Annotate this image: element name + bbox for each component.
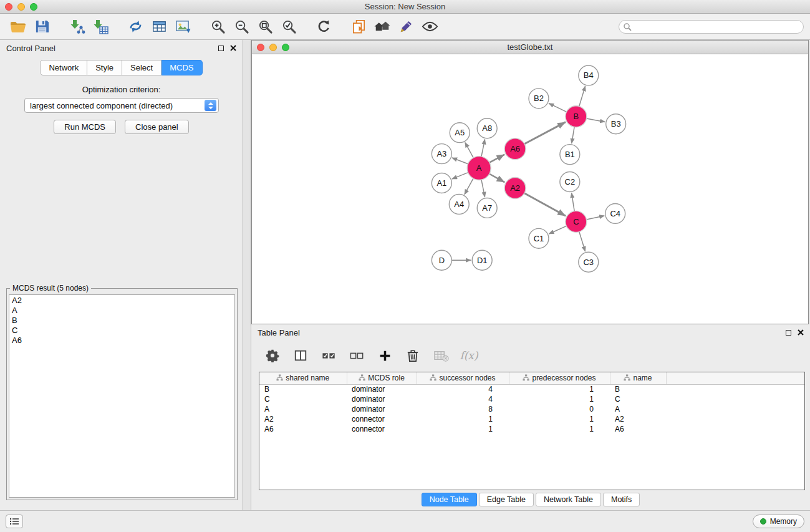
table-cell[interactable]: 1 — [417, 414, 509, 424]
task-history-button[interactable] — [6, 515, 23, 528]
graph-edge-A-A7[interactable] — [481, 180, 485, 197]
function-builder-button[interactable]: f(x) — [460, 347, 478, 364]
new-table-button[interactable] — [147, 16, 171, 37]
mcds-result-item[interactable]: C — [12, 326, 232, 336]
table-cell[interactable]: A2 — [610, 414, 666, 424]
close-window-button[interactable] — [5, 3, 12, 11]
graph-node-A4[interactable]: A4 — [449, 194, 469, 214]
table-cell[interactable]: A — [259, 404, 347, 414]
column-header-predecessor-nodes[interactable]: predecessor nodes — [509, 372, 610, 384]
table-settings-button[interactable] — [264, 347, 281, 364]
table-cell[interactable]: dominator — [347, 394, 417, 404]
graph-node-C3[interactable]: C3 — [579, 252, 599, 272]
export-image-button[interactable] — [171, 16, 195, 37]
tab-node-table[interactable]: Node Table — [422, 493, 477, 506]
documents-button[interactable] — [347, 16, 370, 37]
show-hide-button[interactable] — [418, 16, 441, 37]
table-row[interactable]: Cdominator41C — [259, 394, 804, 404]
graph-node-C1[interactable]: C1 — [529, 228, 549, 248]
graph-node-A6[interactable]: A6 — [504, 138, 526, 160]
graph-edge-A-A8[interactable] — [481, 139, 485, 157]
criterion-dropdown[interactable]: largest connected component (directed) — [24, 98, 219, 113]
mcds-result-item[interactable]: A6 — [12, 336, 232, 346]
graph-edge-C-C4[interactable] — [586, 216, 604, 220]
table-cell[interactable]: dominator — [347, 384, 417, 394]
graph-node-A8[interactable]: A8 — [477, 118, 497, 138]
graph-edge-A-A6[interactable] — [489, 155, 504, 163]
mcds-result-item[interactable]: A2 — [12, 296, 232, 306]
control-tab-network[interactable]: Network — [40, 60, 87, 75]
mcds-result-item[interactable]: B — [12, 316, 232, 326]
select-all-button[interactable] — [320, 347, 337, 364]
table-cell[interactable]: 1 — [509, 384, 610, 394]
table-cell[interactable]: B — [259, 384, 347, 394]
home-button[interactable] — [370, 16, 394, 37]
refresh-layout-button[interactable] — [312, 16, 335, 37]
table-cell[interactable]: dominator — [347, 404, 417, 414]
tab-edge-table[interactable]: Edge Table — [479, 493, 534, 506]
control-tab-style[interactable]: Style — [87, 60, 122, 75]
graph-edge-C-C3[interactable] — [579, 232, 586, 251]
graph-node-B3[interactable]: B3 — [606, 114, 626, 134]
graph-node-D1[interactable]: D1 — [472, 250, 492, 270]
graph-edge-A-A4[interactable] — [465, 178, 473, 195]
float-table-panel-icon[interactable] — [786, 330, 791, 336]
table-cell[interactable]: connector — [347, 414, 417, 424]
control-tab-select[interactable]: Select — [122, 60, 162, 75]
table-cell[interactable]: C — [610, 394, 666, 404]
graph-node-A3[interactable]: A3 — [432, 144, 451, 164]
graph-node-A5[interactable]: A5 — [450, 123, 470, 143]
graph-node-B1[interactable]: B1 — [560, 145, 580, 165]
table-cell[interactable]: A6 — [259, 424, 347, 434]
network-canvas[interactable]: B4B2BB3A5A8A6B1A3AA1C2A2A4A7C4C1CC3DD1 — [252, 55, 808, 324]
zoom-in-button[interactable] — [206, 16, 229, 37]
float-panel-icon[interactable] — [218, 46, 224, 51]
graph-edge-B-B4[interactable] — [579, 86, 586, 106]
minimize-window-button[interactable] — [17, 3, 25, 11]
table-cell[interactable]: 0 — [509, 404, 610, 414]
panel-splitter[interactable] — [243, 40, 251, 510]
graph-edge-B-B3[interactable] — [586, 118, 605, 122]
graph-edge-A-A2[interactable] — [489, 174, 505, 183]
pen-button[interactable] — [394, 16, 418, 37]
table-cell[interactable]: 4 — [417, 384, 509, 394]
graph-node-C[interactable]: C — [566, 211, 587, 232]
table-row[interactable]: A2connector11A2 — [259, 414, 804, 424]
tab-motifs[interactable]: Motifs — [603, 493, 640, 506]
table-row[interactable]: A6connector11A6 — [259, 424, 804, 434]
close-panel-button[interactable]: Close panel — [125, 120, 189, 134]
zoom-fit-button[interactable] — [253, 16, 277, 37]
graph-node-C4[interactable]: C4 — [605, 203, 625, 223]
new-network-button[interactable] — [123, 16, 147, 37]
close-table-panel-icon[interactable] — [798, 329, 804, 336]
import-network-button[interactable] — [65, 16, 89, 37]
table-cell[interactable]: C — [259, 394, 347, 404]
graph-edge-A-A1[interactable] — [452, 173, 468, 179]
table-cell[interactable]: 1 — [509, 414, 610, 424]
column-header-name[interactable]: name — [610, 372, 666, 384]
delete-button[interactable] — [404, 347, 422, 364]
show-columns-button[interactable] — [292, 347, 309, 364]
graph-node-B[interactable]: B — [566, 106, 587, 127]
table-cell[interactable]: A — [610, 404, 666, 414]
table-cell[interactable]: 8 — [417, 404, 509, 414]
table-cell[interactable]: A6 — [610, 424, 666, 434]
zoom-window-button[interactable] — [30, 3, 37, 11]
table-row[interactable]: Adominator80A — [259, 404, 804, 414]
graph-edge-C-C1[interactable] — [549, 226, 566, 234]
graph-node-A2[interactable]: A2 — [504, 178, 526, 199]
graph-node-A1[interactable]: A1 — [432, 173, 451, 193]
table-row[interactable]: Bdominator41B — [259, 384, 804, 394]
graph-edge-C-C2[interactable] — [572, 193, 575, 211]
graph-node-D[interactable]: D — [432, 250, 451, 270]
table-cell[interactable]: 4 — [417, 394, 509, 404]
delete-column-button[interactable] — [432, 347, 450, 364]
table-cell[interactable]: connector — [347, 424, 417, 434]
close-network-button[interactable] — [257, 44, 264, 51]
add-column-button[interactable] — [376, 347, 393, 364]
zoom-out-button[interactable] — [229, 16, 253, 37]
column-header-successor-nodes[interactable]: successor nodes — [417, 372, 509, 384]
graph-edge-A-A3[interactable] — [452, 158, 468, 164]
tab-network-table[interactable]: Network Table — [536, 493, 601, 506]
save-session-button[interactable] — [30, 16, 54, 37]
